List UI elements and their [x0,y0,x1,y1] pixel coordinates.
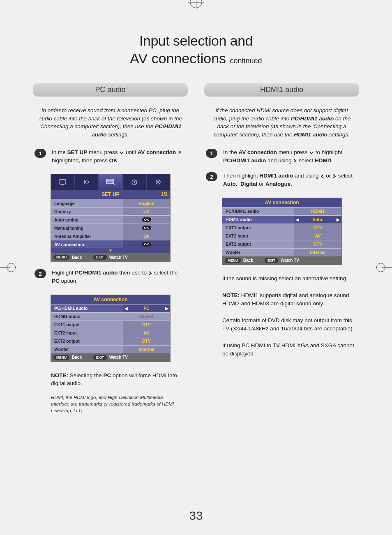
sound-tab-icon [75,174,99,190]
osd-row-value: DTV [294,224,341,232]
step-1: 1 In the AV connection menu press to hig… [204,148,359,164]
column-right: HDMI1 audio If the connected HDMI source… [204,83,359,418]
osd-av-connection-menu: AV connection PC/HDMI1 audioHDMI1HDMI1 a… [222,198,341,265]
osd-row-label: PC/HDMI1 audio [51,306,123,311]
osd-row: CountryUK [51,207,170,215]
setup-tab-icon [99,174,122,190]
osd-row-label: HDMI1 audio [51,314,123,319]
osd-row-value: Internal [294,249,341,256]
back-label: Back [72,255,82,260]
step-number-badge: 2 [206,172,217,181]
osd-av-connection-menu: AV connection PC/HDMI1 audioPC◀▶HDMI1 au… [51,295,170,362]
menu-pill: MENU [53,355,69,360]
chevron-right-icon [148,271,152,275]
step-text: In the AV connection menu press to highl… [223,148,357,164]
osd-row: EXT1 outputDTV [51,321,170,329]
osd-row: HDMI1 audioDigital [51,312,170,321]
osd-row-label: Language [51,201,123,206]
osd-row-value: UK [123,208,170,215]
osd-row: EXT2 inputAV [51,329,170,337]
osd-row: Manual tuningOK [51,224,170,232]
osd-title-bar: AV connection [222,198,341,207]
osd-row: PC/HDMI1 audioHDMI1 [222,207,341,215]
note-text: NOTE: Selecting the PC option will force… [51,371,188,387]
column-left: PC audio In order to receive sound from … [33,83,188,418]
osd-row: PC/HDMI1 audioPC◀▶ [51,304,170,312]
chevron-right-icon [332,174,337,178]
osd-tab-bar [51,174,170,190]
osd-row-label: Country [51,209,123,214]
preferences-tab-icon [147,174,170,190]
watch-tv-label: Watch TV [109,355,128,360]
note-text: NOTE: HDMI1 supports digital and analogu… [222,291,359,307]
osd-row-value: Auto.◀▶ [294,216,341,224]
osd-row-value: AV [294,232,341,240]
osd-row-label: EXT2 input [51,330,123,335]
osd-row-value: Digital [123,313,170,321]
chevron-right-icon [293,159,297,163]
osd-row-label: Woofer [51,347,123,352]
step-number-badge: 1 [206,149,217,158]
section-heading-hdmi1-audio: HDMI1 audio [204,83,359,97]
svg-point-5 [157,181,159,183]
chevron-down-icon [309,151,314,155]
osd-row-value: DTV [123,321,170,329]
note-text: If using PC HDMI to TV HDMI XGA and SXGA… [222,341,359,357]
osd-row-label: EXT1 output [222,225,294,230]
osd-row-value: AV [123,329,170,337]
back-label: Back [72,355,82,360]
osd-footer: MENU Back EXIT Watch TV [51,353,170,362]
osd-row: EXT1 outputDTV [222,224,341,232]
watch-tv-label: Watch TV [281,258,299,263]
page-number: 33 [189,509,203,523]
osd-row-value: PC◀▶ [123,304,170,312]
timer-tab-icon [123,174,147,190]
osd-row-label: EXT2 input [222,233,294,238]
osd-row-value: DTV [123,337,170,345]
picture-tab-icon [51,174,75,190]
step-text: In the SET UP menu press until AV connec… [52,148,186,164]
osd-row: EXT2 inputAV [222,232,341,240]
osd-row-value: On [123,232,170,240]
osd-row-label: Auto tuning [51,217,123,222]
chevron-right-icon: ▶ [337,217,340,222]
intro-text: If the connected HDMI source does not su… [208,106,356,138]
osd-footer: MENU Back EXIT Watch TV [51,253,170,261]
osd-title-bar: AV connection [51,295,170,304]
exit-pill: EXIT [265,258,278,263]
osd-row: EXT2 outputDTV [51,337,170,345]
chevron-down-icon [119,151,124,155]
chevron-right-icon: ▶ [165,306,168,311]
osd-row: EXT2 outputDTV [222,240,341,248]
osd-row: HDMI1 audioAuto.◀▶ [222,215,341,224]
osd-row-label: Antenna Amplifier [51,234,123,239]
chevron-down-icon: ▼ [51,248,170,253]
osd-row-value: Internal [123,346,170,353]
page-subtitle: AV connections continued [33,51,359,67]
osd-row-value: HDMI1 [294,208,341,215]
osd-title-bar: SET UP 1/2 [51,190,170,199]
step-1: 1 In the SET UP menu press until AV conn… [33,148,188,164]
step-2: 2 Then highlight HDMI1 audio and using o… [204,172,359,188]
section-heading-pc-audio: PC audio [33,83,188,97]
osd-setup-menu: SET UP 1/2 LanguageEnglishCountryUKAuto … [51,174,170,261]
osd-row-value: OK [123,240,170,248]
osd-row: Auto tuningOK [51,215,170,224]
subtitle-bold: AV connections [130,51,226,66]
osd-row-label: AV connection [51,242,123,247]
ok-icon: OK [142,242,151,247]
svg-rect-1 [61,184,64,185]
ok-icon: OK [142,226,151,230]
osd-row-value: OK [123,224,170,232]
title-line: Input selection and [139,33,253,48]
chevron-left-icon: ◀ [125,306,128,311]
osd-row: WooferInternal [51,345,170,353]
exit-pill: EXIT [93,355,107,360]
step-text: Then highlight HDMI1 audio and using or … [223,172,357,188]
menu-pill: MENU [225,258,241,263]
subtitle-continued: continued [230,57,262,65]
osd-row-label: EXT1 output [51,322,123,327]
osd-row: Antenna AmplifierOn [51,232,170,240]
step-text: Highlight PC/HDMI1 audio then use to sel… [52,269,186,285]
note-text: Certain formats of DVD disk may not outp… [222,316,359,332]
